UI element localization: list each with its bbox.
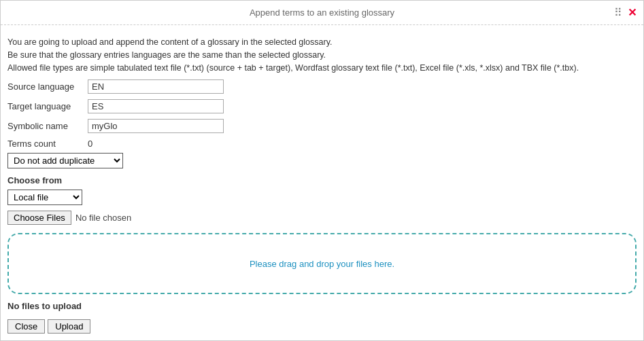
file-chooser-row: Choose Files No file chosen — [7, 211, 637, 225]
target-language-input[interactable] — [88, 99, 224, 113]
target-language-row: Target language — [7, 99, 637, 113]
bottom-buttons: Close Upload — [7, 319, 637, 334]
drop-zone-text: Please drag and drop your files here. — [250, 259, 394, 269]
dialog-content: You are going to upload and append the c… — [1, 25, 643, 341]
choose-from-label: Choose from — [7, 175, 637, 185]
source-language-input[interactable] — [88, 79, 224, 94]
dots-icon[interactable]: ⠿ — [614, 6, 622, 19]
title-bar-controls: ⠿ ✕ — [614, 6, 637, 19]
info-line1: You are going to upload and append the c… — [7, 36, 637, 49]
choose-from-row: Local file URL — [7, 190, 637, 205]
terms-count-label: Terms count — [7, 139, 82, 149]
title-bar: Append terms to an existing glossary ⠿ ✕ — [1, 1, 643, 25]
source-language-label: Source language — [7, 82, 82, 92]
no-file-text: No file chosen — [75, 213, 131, 223]
duplicate-select[interactable]: Do not add duplicate Add duplicate — [7, 153, 123, 168]
close-button[interactable]: Close — [7, 319, 45, 334]
no-files-label: No files to upload — [7, 301, 637, 311]
append-glossary-dialog: Append terms to an existing glossary ⠿ ✕… — [0, 0, 644, 341]
dialog-title: Append terms to an existing glossary — [250, 7, 394, 18]
terms-count-row: Terms count 0 — [7, 139, 637, 149]
duplicate-row: Do not add duplicate Add duplicate — [7, 153, 637, 168]
source-language-row: Source language — [7, 79, 637, 94]
symbolic-name-row: Symbolic name — [7, 119, 637, 133]
drop-zone[interactable]: Please drag and drop your files here. — [7, 233, 637, 294]
info-line2: Be sure that the glossary entries langua… — [7, 49, 637, 62]
choose-from-select[interactable]: Local file URL — [7, 190, 82, 205]
info-line3: Allowed file types are simple tabulated … — [7, 62, 637, 75]
choose-files-button[interactable]: Choose Files — [7, 211, 71, 225]
upload-button[interactable]: Upload — [48, 319, 90, 334]
symbolic-name-input[interactable] — [88, 119, 224, 133]
info-text: You are going to upload and append the c… — [7, 36, 637, 74]
symbolic-name-label: Symbolic name — [7, 121, 82, 131]
close-icon[interactable]: ✕ — [628, 6, 637, 19]
terms-count-value: 0 — [88, 139, 92, 149]
target-language-label: Target language — [7, 101, 82, 111]
